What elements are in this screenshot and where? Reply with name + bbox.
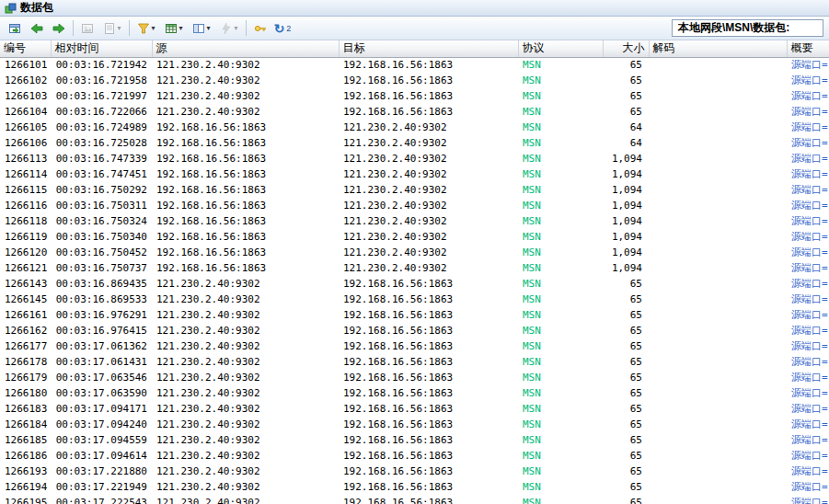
cell-summary: 源端口= [787,151,829,166]
cell-number: 1266103 [0,88,51,104]
cell-source: 121.230.2.40:9302 [152,276,339,292]
cell-protocol: MSN [518,245,603,260]
table-row[interactable]: 1266106 00:03:16.725028 192.168.16.56:18… [0,135,829,151]
table-row[interactable]: 1266177 00:03:17.061362 121.230.2.40:930… [0,338,829,354]
column-header-number[interactable]: 编号 [0,40,51,57]
cell-protocol: MSN [518,385,603,401]
forward-button[interactable] [48,18,70,38]
table-row[interactable]: 1266105 00:03:16.724989 192.168.16.56:18… [0,120,829,135]
table-row[interactable]: 1266193 00:03:17.221880 121.230.2.40:930… [0,464,829,479]
cell-number: 1266101 [0,57,51,73]
table-row[interactable]: 1266195 00:03:17.222543 121.230.2.40:930… [0,495,829,504]
cell-target: 121.230.2.40:9302 [339,166,518,182]
cell-number: 1266183 [0,401,51,417]
cell-target: 192.168.16.56:1863 [339,370,518,385]
table-row[interactable]: 1266183 00:03:17.094171 121.230.2.40:930… [0,401,829,417]
table-row[interactable]: 1266179 00:03:17.063546 121.230.2.40:930… [0,370,829,385]
column-header-target[interactable]: 目标 [339,40,518,57]
table-row[interactable]: 1266118 00:03:16.750324 192.168.16.56:18… [0,213,829,229]
cell-summary: 源端口= [787,166,829,182]
cell-number: 1266121 [0,260,51,276]
cell-target: 192.168.16.56:1863 [339,417,518,432]
table-row[interactable]: 1266161 00:03:16.976291 121.230.2.40:930… [0,307,829,323]
cell-summary: 源端口= [787,229,829,245]
open-in-window-button[interactable] [4,18,26,38]
table-row[interactable]: 1266113 00:03:16.747339 192.168.16.56:18… [0,151,829,166]
cell-decode [649,198,787,213]
cell-number: 1266106 [0,135,51,151]
table-row[interactable]: 1266186 00:03:17.094614 121.230.2.40:930… [0,448,829,464]
table-row[interactable]: 1266119 00:03:16.750340 192.168.16.56:18… [0,229,829,245]
filter-button[interactable]: ▾ [132,18,160,38]
column-header-decode[interactable]: 解码 [649,40,787,57]
titlebar: 数据包 [0,0,829,17]
column-header-summary[interactable]: 概要 [787,40,829,57]
table-options-button[interactable]: ▾ [160,18,188,38]
view-columns-button[interactable]: ▾ [188,18,215,38]
cell-summary: 源端口= [787,354,829,370]
cell-summary: 源端口= [787,245,829,260]
export-icon [103,22,116,35]
table-row[interactable]: 1266121 00:03:16.750737 192.168.16.56:18… [0,260,829,276]
column-header-source[interactable]: 源 [152,40,339,57]
table-row[interactable]: 1266162 00:03:16.976415 121.230.2.40:930… [0,323,829,338]
cell-summary: 源端口= [787,417,829,432]
cell-decode [649,432,787,448]
auto-refresh-button[interactable]: ↻ 2 [271,18,294,38]
cell-decode [649,354,787,370]
cell-protocol: MSN [518,338,603,354]
cell-source: 121.230.2.40:9302 [152,292,339,307]
table-row[interactable]: 1266115 00:03:16.750292 192.168.16.56:18… [0,182,829,198]
cell-source: 121.230.2.40:9302 [152,495,339,504]
table-row[interactable]: 1266194 00:03:17.221949 121.230.2.40:930… [0,479,829,495]
analysis-button: ▾ [215,18,243,38]
back-button[interactable] [26,18,48,38]
cell-summary: 源端口= [787,401,829,417]
cell-number: 1266184 [0,417,51,432]
table-row[interactable]: 1266143 00:03:16.869435 121.230.2.40:930… [0,276,829,292]
cell-decode [649,166,787,182]
table-row[interactable]: 1266178 00:03:17.061431 121.230.2.40:930… [0,354,829,370]
dropdown-caret-icon: ▾ [234,25,237,32]
cell-target: 121.230.2.40:9302 [339,198,518,213]
cell-source: 192.168.16.56:1863 [152,151,339,166]
column-header-size[interactable]: 大小 [603,40,649,57]
cell-reltime: 00:03:16.750452 [51,245,152,260]
cell-protocol: MSN [518,73,603,88]
node-path-box[interactable]: 本地网段\MSN\数据包: [672,19,823,37]
lock-button[interactable] [249,18,271,38]
table-row[interactable]: 1266145 00:03:16.869533 121.230.2.40:930… [0,292,829,307]
cell-summary: 源端口= [787,495,829,504]
cell-size: 1,094 [603,213,649,229]
table-row[interactable]: 1266184 00:03:17.094240 121.230.2.40:930… [0,417,829,432]
cell-size: 65 [603,276,649,292]
cell-decode [649,57,787,73]
cell-number: 1266177 [0,338,51,354]
table-row[interactable]: 1266104 00:03:16.722066 121.230.2.40:930… [0,104,829,120]
cell-protocol: MSN [518,448,603,464]
column-header-protocol[interactable]: 协议 [518,40,603,57]
cell-protocol: MSN [518,182,603,198]
table-row[interactable]: 1266120 00:03:16.750452 192.168.16.56:18… [0,245,829,260]
dropdown-caret-icon: ▾ [151,25,155,32]
cell-size: 65 [603,448,649,464]
table-row[interactable]: 1266116 00:03:16.750311 192.168.16.56:18… [0,198,829,213]
column-header-reltime[interactable]: 相对时间 [51,40,152,57]
cell-number: 1266193 [0,464,51,479]
cell-number: 1266116 [0,198,51,213]
cell-size: 1,094 [603,151,649,166]
table-row[interactable]: 1266103 00:03:16.721997 121.230.2.40:930… [0,88,829,104]
cell-target: 121.230.2.40:9302 [339,135,518,151]
table-row[interactable]: 1266185 00:03:17.094559 121.230.2.40:930… [0,432,829,448]
table-row[interactable]: 1266102 00:03:16.721958 121.230.2.40:930… [0,73,829,88]
table-row[interactable]: 1266180 00:03:17.063590 121.230.2.40:930… [0,385,829,401]
cell-target: 192.168.16.56:1863 [339,88,518,104]
cell-size: 64 [603,120,649,135]
cell-source: 192.168.16.56:1863 [152,229,339,245]
table-row[interactable]: 1266101 00:03:16.721942 121.230.2.40:930… [0,57,829,73]
cell-number: 1266162 [0,323,51,338]
cell-size: 1,094 [603,245,649,260]
table-row[interactable]: 1266114 00:03:16.747451 192.168.16.56:18… [0,166,829,182]
cell-reltime: 00:03:16.750340 [51,229,152,245]
cell-summary: 源端口= [787,57,829,73]
